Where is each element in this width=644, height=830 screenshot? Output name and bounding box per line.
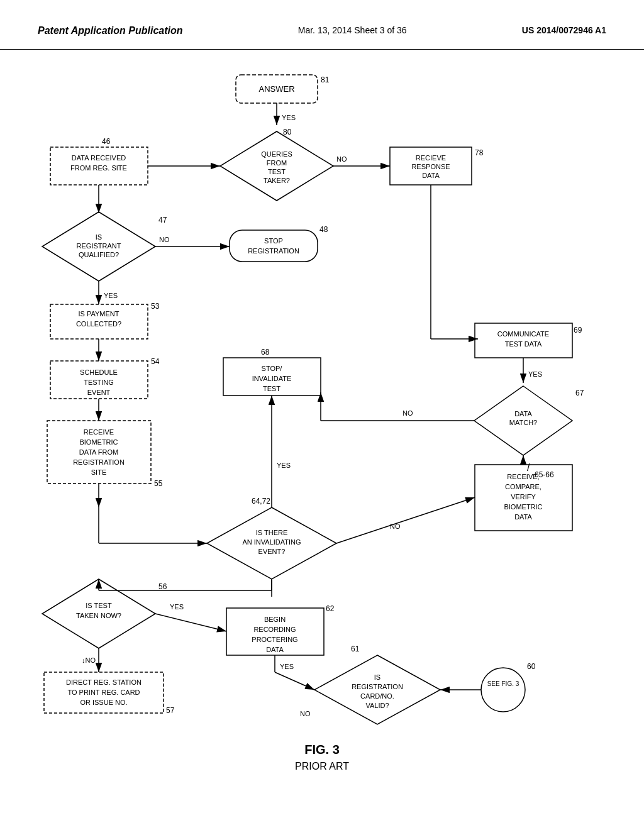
payment-label-1: IS PAYMENT [79,310,119,318]
queries-label-1: QUERIES [261,150,292,158]
data-received-label-1: DATA RECEIVED [72,154,126,162]
svg-text:/: / [527,462,530,473]
label-60: 60 [527,662,536,671]
receive-compare-label-1: RECEIVE, [507,473,539,480]
biometric-label-5: SITE [91,468,106,476]
invalidating-label-1: IS THERE [256,529,288,536]
test-taken-label-2: TAKEN NOW? [76,612,121,619]
yes-label-3: YES [528,370,542,378]
stop-reg-label-1: STOP [264,237,283,245]
receive-compare-label-3: VERIFY [511,493,536,501]
fig-label: FIG. 3 [304,743,340,756]
data-match-label-1: DATA [514,410,532,418]
begin-recording-label-4: DATA [266,646,284,653]
label-69: 69 [574,326,582,335]
fig-sublabel: PRIOR ART [295,761,349,772]
recieve-label-3: DATA [422,172,440,179]
diagram-area: ANSWER 81 YES 80 QUERIES FROM TEST TAKER… [0,50,644,792]
no-label-6: NO [300,710,311,717]
receive-compare-label-2: COMPARE, [505,483,541,490]
begin-recording-label-3: PROCTERING [252,636,297,643]
invalidating-label-3: EVENT? [258,548,286,555]
label-62: 62 [326,604,335,613]
svg-line-46 [275,672,314,690]
queries-label-4: TAKER? [264,177,290,184]
svg-line-35 [336,497,475,543]
data-received-label-2: FROM REG. SITE [70,164,127,172]
reg-qual-label-2: REGISTRANT [77,242,121,250]
flowchart-svg: ANSWER 81 YES 80 QUERIES FROM TEST TAKER… [0,50,644,792]
begin-recording-label-2: RECORDING [253,626,296,633]
patent-number: US 2014/0072946 A1 [522,25,606,35]
reg-card-valid-label-1: IS [374,673,380,681]
invalidating-label-2: AN INVALIDATING [242,538,301,546]
data-match-label-2: MATCH? [509,419,537,426]
svg-line-49 [99,543,207,579]
no-label-5: ↓NO [82,656,96,664]
svg-line-31 [151,452,207,543]
direct-reg-label-3: OR ISSUE NO. [80,699,127,706]
label-57: 57 [166,706,175,715]
label-54: 54 [151,357,160,366]
communicate-label-1: COMMUNICATE [497,330,549,338]
label-47: 47 [158,216,167,224]
reg-card-valid-label-2: REGISTRATION [352,683,403,690]
recieve-label-2: RESPONSE [411,163,450,170]
label-81: 81 [321,75,330,84]
biometric-label-3: DATA FROM [79,448,119,456]
reg-qual-label-1: IS [96,233,102,241]
biometric-label-1: RECEIVE [84,428,114,436]
test-taken-label-1: IS TEST [86,602,112,609]
label-68: 68 [261,348,270,357]
publication-title: Patent Application Publication [38,25,183,36]
label-80: 80 [283,128,292,136]
label-61: 61 [351,645,360,653]
stop-invalidate-label-2: INVALIDATE [252,375,292,382]
label-78: 78 [475,148,484,157]
receive-compare-label-4: BIOMETRIC [504,503,542,511]
svg-point-47 [481,668,525,712]
stop-reg-label-2: REGISTRATION [248,247,299,255]
stop-invalidate-label-1: STOP/ [262,365,283,372]
label-53: 53 [151,302,160,311]
svg-rect-13 [230,230,318,262]
direct-reg-label-2: TO PRINT REG. CARD [67,689,140,696]
answer-label: ANSWER [258,84,294,94]
label-56: 56 [158,582,167,591]
reg-card-valid-label-3: CARD/NO. [360,692,394,700]
label-55: 55 [154,479,163,488]
page: Patent Application Publication Mar. 13, … [0,0,644,830]
see-fig3-label-1: SEE FIG. 3 [487,680,519,687]
no-label-2: NO [159,236,170,243]
label-46: 46 [102,137,111,146]
svg-line-41 [155,614,226,631]
label-48: 48 [319,225,328,234]
yes-label-1: YES [282,114,296,121]
yes-label-4: YES [277,462,291,469]
yes-label-6: YES [280,663,294,670]
payment-label-2: COLLECTED? [76,320,121,328]
label-64-72: 64,72 [252,497,270,506]
direct-reg-label-1: DIRECT REG. STATION [66,678,142,686]
communicate-label-2: TEST DATA [505,340,542,348]
schedule-label-3: EVENT [87,389,111,396]
biometric-label-2: BIOMETRIC [79,438,118,446]
schedule-label-1: SCHEDULE [80,368,118,376]
schedule-label-2: TESTING [84,379,114,386]
queries-label-3: TEST [268,168,286,175]
begin-recording-label-1: BEGIN [264,616,286,623]
stop-invalidate-label-3: TEST [263,385,280,392]
recieve-label-1: RECIEVE [416,154,446,162]
sheet-info: Mar. 13, 2014 Sheet 3 of 36 [298,25,407,35]
yes-label-2: YES [104,292,118,299]
reg-card-valid-label-4: VALID? [365,702,389,709]
biometric-label-4: REGISTRATION [73,458,125,466]
no-label-3: NO [402,409,413,417]
no-label-1: NO [336,155,347,163]
reg-qual-label-3: QUALIFIED? [79,251,119,258]
label-67: 67 [575,389,584,397]
page-header: Patent Application Publication Mar. 13, … [0,0,644,50]
yes-label-5: YES [170,603,184,611]
svg-line-32 [151,452,207,543]
queries-label-2: FROM [267,159,287,167]
